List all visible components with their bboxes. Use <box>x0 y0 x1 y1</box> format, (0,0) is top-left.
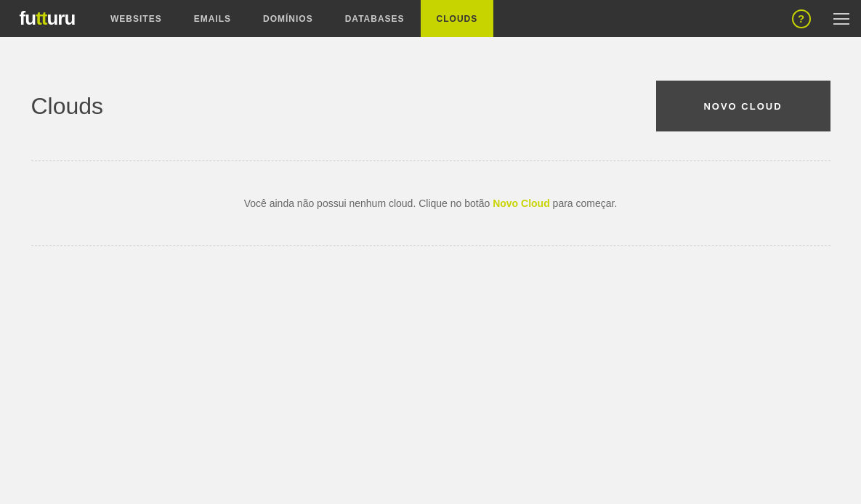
nav-items: WEBSITES EMAILS DOMÍNIOS DATABASES CLOUD… <box>94 0 781 37</box>
nav-item-databases[interactable]: DATABASES <box>329 0 421 37</box>
logo-text: futturu <box>20 7 76 30</box>
novo-cloud-button[interactable]: NOVO CLOUD <box>656 81 830 131</box>
nav-right: ? <box>781 0 861 37</box>
empty-message-highlight: Novo Cloud <box>493 198 550 209</box>
nav-item-websites[interactable]: WEBSITES <box>94 0 178 37</box>
main-content: Clouds NOVO CLOUD Você ainda não possui … <box>17 37 845 268</box>
empty-message-before: Você ainda não possui nenhum cloud. Cliq… <box>244 198 493 209</box>
nav-item-dominios[interactable]: DOMÍNIOS <box>247 0 329 37</box>
menu-button[interactable] <box>821 0 861 37</box>
divider-bottom <box>31 245 830 246</box>
logo[interactable]: futturu <box>0 0 94 37</box>
help-button[interactable]: ? <box>781 0 821 37</box>
logo-part3: uru <box>47 7 75 29</box>
hamburger-icon <box>833 13 849 25</box>
nav-item-clouds[interactable]: CLOUDS <box>421 0 494 37</box>
page-header: Clouds NOVO CLOUD <box>31 81 830 131</box>
main-nav: futturu WEBSITES EMAILS DOMÍNIOS DATABAS… <box>0 0 861 37</box>
empty-message-after: para começar. <box>550 198 618 209</box>
logo-part2: tt <box>36 7 47 29</box>
page-title: Clouds <box>31 93 104 120</box>
logo-part1: fu <box>20 7 36 29</box>
empty-message: Você ainda não possui nenhum cloud. Cliq… <box>31 168 830 238</box>
divider-top <box>31 160 830 161</box>
nav-item-emails[interactable]: EMAILS <box>178 0 247 37</box>
question-icon: ? <box>792 9 811 28</box>
